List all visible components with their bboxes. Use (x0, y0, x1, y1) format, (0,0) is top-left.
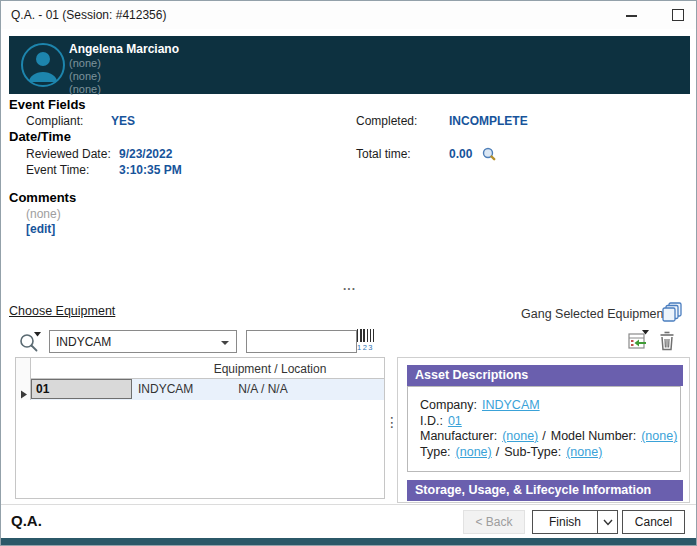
gang-equipment-icon[interactable] (662, 302, 683, 327)
search-icon[interactable] (17, 329, 43, 358)
title-bar: Q.A. - 01 (Session: #412356) (1, 1, 696, 29)
subtype-label: Sub-Type: (504, 445, 561, 459)
user-detail-line: (none) (69, 83, 179, 96)
maximize-icon (672, 9, 684, 21)
comments-value: (none) (26, 207, 61, 221)
dialog-window: Q.A. - 01 (Session: #412356) Angelena Ma… (0, 0, 697, 546)
barcode-bars-icon (357, 329, 374, 342)
cancel-button[interactable]: Cancel (622, 510, 685, 534)
total-time-lookup-icon[interactable] (482, 147, 496, 165)
total-time-label: Total time: (356, 147, 411, 161)
reviewed-date-value: 9/23/2022 (119, 147, 172, 161)
reviewed-date-label: Reviewed Date: (26, 147, 111, 161)
barcode-scan-icon[interactable]: 123 (357, 329, 375, 353)
id-label: I.D.: (420, 414, 443, 428)
chevron-down-icon (221, 341, 229, 345)
company-link[interactable]: INDYCAM (482, 398, 540, 412)
model-number-label: Model Number: (551, 429, 636, 443)
barcode-digits: 123 (357, 343, 375, 352)
equipment-filter-value: INDYCAM (56, 335, 111, 349)
finish-button[interactable]: Finish (532, 510, 598, 534)
separator: / (542, 429, 545, 443)
row-equipment-cell: INDYCAM (138, 382, 193, 396)
collapse-splitter-handle[interactable]: ... (301, 279, 398, 293)
type-link[interactable]: (none) (456, 445, 492, 459)
minimize-button[interactable] (615, 1, 649, 29)
asset-descriptions-body: Company:INDYCAM I.D.:01 Manufacturer:(no… (407, 386, 681, 472)
row-id-cell[interactable]: 01 (31, 379, 132, 399)
user-detail-line: (none) (69, 70, 179, 83)
grid-column-header[interactable]: Equipment / Location (16, 358, 384, 379)
asset-region: Asset Descriptions Company:INDYCAM I.D.:… (397, 357, 690, 503)
chevron-down-icon (603, 519, 613, 526)
grid-header-label: Equipment / Location (150, 362, 390, 376)
equipment-grid: Equipment / Location 01 INDYCAM N/A / N/… (15, 357, 385, 499)
delete-trash-icon[interactable] (659, 331, 675, 355)
back-button[interactable]: < Back (463, 510, 525, 534)
finish-dropdown-button[interactable] (597, 510, 618, 534)
asset-descriptions-header[interactable]: Asset Descriptions (407, 365, 683, 386)
maximize-button[interactable] (661, 1, 695, 29)
completed-value: INCOMPLETE (449, 114, 528, 128)
minimize-icon (626, 15, 637, 17)
current-row-marker-icon (20, 385, 28, 403)
subtype-link[interactable]: (none) (566, 445, 602, 459)
window-title: Q.A. - 01 (Session: #412356) (11, 8, 166, 22)
choose-equipment-link[interactable]: Choose Equipment (9, 304, 115, 318)
event-fields-heading: Event Fields (9, 97, 86, 112)
table-row[interactable]: 01 INDYCAM N/A / N/A (31, 379, 384, 400)
id-link[interactable]: 01 (448, 414, 462, 428)
equipment-search-input[interactable] (246, 330, 357, 353)
separator: / (496, 445, 499, 459)
company-label: Company: (420, 398, 477, 412)
storage-lifecycle-header[interactable]: Storage, Usage, & Lifecycle Information (407, 480, 683, 501)
event-time-label: Event Time: (26, 163, 89, 177)
manufacturer-label: Manufacturer: (420, 429, 497, 443)
page-title: Q.A. (11, 512, 42, 529)
export-grid-icon[interactable] (627, 329, 651, 354)
row-location-cell: N/A / N/A (217, 382, 309, 396)
date-time-heading: Date/Time (9, 129, 71, 144)
type-label: Type: (420, 445, 451, 459)
footer-divider (1, 504, 696, 505)
event-time-value: 3:10:35 PM (119, 163, 182, 177)
gang-selected-equipment-label: Gang Selected Equipment (521, 307, 667, 321)
manufacturer-link[interactable]: (none) (502, 429, 538, 443)
avatar (20, 42, 66, 92)
equipment-filter-dropdown[interactable]: INDYCAM (49, 330, 237, 353)
comments-edit-link[interactable]: [edit] (26, 222, 55, 236)
window-bottom-edge (1, 538, 696, 545)
completed-label: Completed: (356, 114, 417, 128)
compliant-label: Compliant: (26, 114, 83, 128)
comments-heading: Comments (9, 190, 76, 205)
compliant-value: YES (111, 114, 135, 128)
user-banner: Angelena Marciano (none) (none) (none) (9, 36, 690, 94)
user-name: Angelena Marciano (69, 42, 179, 57)
user-detail-line: (none) (69, 57, 179, 70)
total-time-value: 0.00 (449, 147, 472, 161)
model-number-link[interactable]: (none) (641, 429, 677, 443)
